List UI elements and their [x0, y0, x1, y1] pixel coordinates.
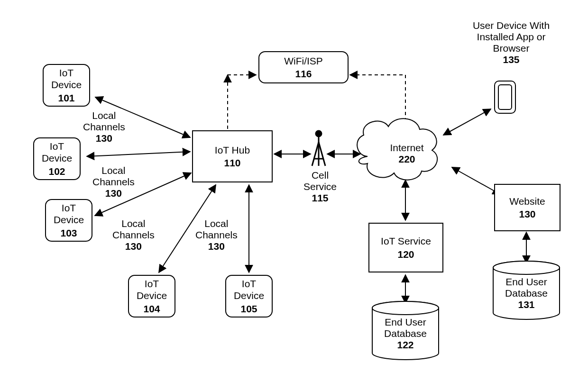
node-title: IoT Device	[54, 202, 84, 226]
label-text: Internet	[390, 142, 423, 153]
svg-line-13	[452, 167, 500, 194]
node-title: IoT Device	[234, 278, 264, 301]
node-title: IoT Hub	[215, 144, 250, 156]
label-text: Cell Service	[303, 170, 337, 192]
label-number: 220	[398, 154, 415, 164]
node-website: Website 130	[494, 184, 560, 231]
svg-line-15	[443, 109, 491, 135]
node-title: IoT Device	[137, 278, 167, 301]
node-number: 110	[224, 157, 240, 169]
label-text: Local Channels	[112, 218, 155, 240]
node-title: IoT Device	[42, 140, 72, 164]
node-title: WiFi/ISP	[284, 55, 323, 67]
label-user-device: User Device With Installed App or Browse…	[459, 20, 563, 66]
diagram-stage: IoT Device 101 IoT Device 102 IoT Device…	[0, 0, 588, 390]
node-iot-service: IoT Service 120	[368, 223, 443, 272]
node-iot-device-101: IoT Device 101	[43, 64, 90, 107]
node-iot-device-105: IoT Device 105	[225, 275, 273, 317]
svg-point-24	[493, 261, 560, 274]
node-title: Website	[509, 195, 545, 207]
node-iot-hub: IoT Hub 110	[192, 130, 273, 182]
node-number: 103	[60, 227, 77, 239]
label-number: 135	[503, 54, 519, 65]
node-title: IoT Service	[381, 235, 431, 247]
svg-point-21	[372, 301, 439, 315]
label-local-channels-3: Local Channels 130	[112, 218, 155, 252]
label-text: Local Channels	[92, 165, 135, 187]
node-iot-device-104: IoT Device 104	[128, 275, 175, 317]
svg-line-19	[319, 142, 325, 166]
label-text: Local Channels	[83, 110, 125, 132]
label-cell-service: Cell Service 115	[301, 170, 339, 204]
svg-point-17	[316, 131, 322, 136]
label-number: 131	[518, 299, 534, 310]
node-number: 102	[48, 165, 65, 177]
label-number: 122	[397, 339, 413, 350]
node-wifi-isp: WiFi/ISP 116	[258, 51, 349, 83]
label-number: 130	[208, 241, 225, 252]
label-number: 130	[105, 188, 122, 199]
node-number: 130	[519, 208, 535, 220]
phone-icon	[494, 81, 516, 114]
node-iot-device-102: IoT Device 102	[33, 137, 81, 180]
label-local-channels-2: Local Channels 130	[92, 165, 135, 199]
node-number: 116	[295, 68, 312, 80]
node-title: IoT Device	[51, 67, 82, 91]
svg-line-1	[87, 152, 190, 156]
label-number: 115	[312, 192, 328, 203]
label-db-122: End User Database 122	[382, 317, 429, 351]
label-text: Local Channels	[195, 218, 238, 240]
svg-point-23	[493, 261, 560, 274]
label-text: End User Database	[505, 276, 548, 299]
svg-line-18	[312, 142, 319, 166]
label-local-channels-4: Local Channels 130	[195, 218, 238, 252]
label-internet: Internet 220	[383, 142, 431, 165]
node-iot-device-103: IoT Device 103	[45, 199, 92, 242]
label-text: End User Database	[384, 317, 427, 339]
node-number: 104	[143, 303, 160, 315]
label-number: 130	[96, 133, 112, 144]
label-number: 130	[125, 241, 142, 252]
node-number: 105	[240, 303, 257, 315]
node-number: 101	[58, 92, 74, 104]
label-text: User Device With Installed App or Browse…	[473, 20, 550, 54]
label-local-channels-1: Local Channels 130	[83, 110, 125, 144]
node-number: 120	[397, 248, 414, 260]
svg-point-22	[372, 301, 439, 315]
label-db-131: End User Database 131	[503, 276, 550, 310]
